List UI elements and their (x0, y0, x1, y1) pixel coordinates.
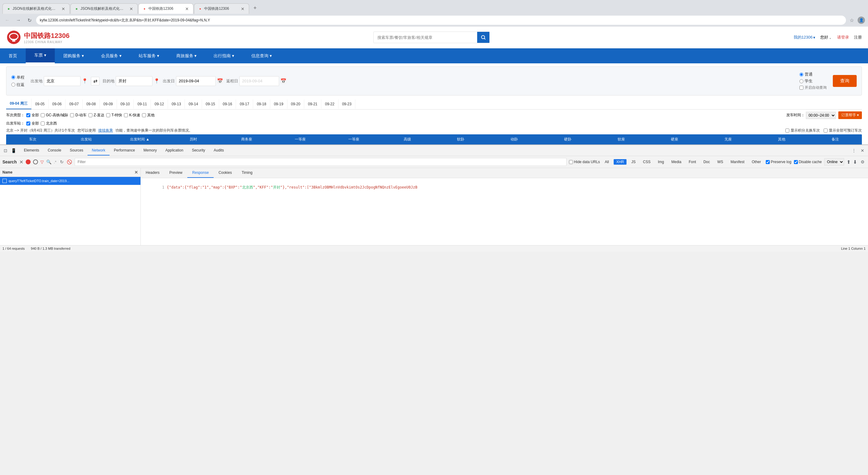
hide-data-urls-checkbox[interactable]: Hide data URLs (569, 160, 600, 164)
filter-all-button[interactable]: All (602, 159, 611, 165)
nav-info[interactable]: 信息查询 ▾ (243, 49, 280, 63)
close-panel-icon[interactable]: ✕ (134, 170, 138, 175)
normal-ticket-input[interactable] (800, 72, 803, 76)
date-cell-1[interactable]: 09-05 (32, 99, 49, 109)
th-depart-time[interactable]: 出发时间 ▲ (113, 137, 167, 142)
devtools-device-icon[interactable]: 📱 (10, 148, 17, 154)
tab-4[interactable]: ● 中国铁路12306 ✕ (194, 3, 249, 14)
timing-tab[interactable]: Timing (237, 168, 257, 178)
date-cell-3[interactable]: 09-07 (65, 99, 83, 109)
date-cell-14[interactable]: 09-18 (253, 99, 270, 109)
date-cell-11[interactable]: 09-15 (202, 99, 219, 109)
devtools-tab-elements[interactable]: Elements (20, 146, 43, 156)
from-input[interactable] (44, 76, 81, 86)
nav-station[interactable]: 站车服务 ▾ (130, 49, 168, 63)
date-cell-2[interactable]: 09-06 (49, 99, 66, 109)
time-select[interactable]: 00:00~24:00 (806, 112, 836, 119)
tab-2-close[interactable]: ✕ (129, 6, 134, 11)
download-icon[interactable]: ⬇ (853, 159, 857, 165)
train-type-other[interactable]: 其他 (142, 113, 155, 118)
preview-tab[interactable]: Preview (164, 168, 187, 178)
network-item[interactable]: queryT?leftTicketDTO.train_date=2019... (0, 177, 141, 185)
forward-button[interactable]: → (14, 16, 23, 25)
date-cell-16[interactable]: 09-20 (287, 99, 305, 109)
student-ticket-input[interactable] (800, 79, 803, 83)
date-cell-5[interactable]: 09-09 (100, 99, 117, 109)
train-type-gc[interactable]: GC-高铁/城际 (41, 113, 68, 118)
filter-css-button[interactable]: CSS (641, 159, 653, 165)
devtools-tab-audits[interactable]: Audits (209, 146, 228, 156)
my-account-link[interactable]: 我的12306 ▾ (794, 35, 815, 40)
preserve-log-checkbox[interactable]: Preserve log (766, 160, 791, 164)
normal-ticket-radio[interactable]: 普通 (800, 72, 827, 77)
nav-business[interactable]: 商旅服务 ▾ (168, 49, 205, 63)
cookies-tab[interactable]: Cookies (214, 168, 237, 178)
filter-img-button[interactable]: Img (655, 159, 666, 165)
train-type-all[interactable]: 全部 (26, 113, 39, 118)
to-input[interactable] (116, 76, 152, 86)
single-trip-radio[interactable]: 单程 (11, 75, 25, 80)
devtools-inspect-icon[interactable]: ⊡ (2, 148, 8, 154)
date-cell-17[interactable]: 09-21 (304, 99, 321, 109)
nav-home[interactable]: 首页 (0, 49, 26, 63)
nav-member[interactable]: 会员服务 ▾ (92, 49, 130, 63)
filter-doc-button[interactable]: Doc (701, 159, 712, 165)
clear-network-icon[interactable]: 🚫 (66, 159, 72, 165)
response-tab[interactable]: Response (187, 168, 214, 178)
date-cell-19[interactable]: 09-23 (339, 99, 355, 109)
refresh-icon[interactable]: ↻ (59, 159, 65, 165)
station-all[interactable]: 全部 (26, 121, 39, 126)
filter-icon[interactable]: ▽ (40, 159, 44, 164)
tab-1[interactable]: ■ JSON在线解析及格式化验证 - ✕ (2, 3, 70, 14)
filter-media-button[interactable]: Media (669, 159, 684, 165)
address-input[interactable] (36, 15, 846, 25)
date-cell-9[interactable]: 09-13 (168, 99, 185, 109)
date-cell-7[interactable]: 09-11 (134, 99, 151, 109)
disable-cache-checkbox[interactable]: Disable cache (794, 160, 822, 164)
date-cell-12[interactable]: 09-16 (219, 99, 236, 109)
date-cell-10[interactable]: 09-14 (185, 99, 202, 109)
site-search-input[interactable] (374, 32, 477, 43)
swap-button[interactable]: ⇄ (91, 77, 99, 85)
student-ticket-radio[interactable]: 学生 (800, 78, 827, 84)
devtools-tab-performance[interactable]: Performance (110, 146, 139, 156)
filter-xhr-button[interactable]: XHR (614, 159, 626, 165)
date-cell-18[interactable]: 09-22 (321, 99, 339, 109)
search-submit-button[interactable]: 查询 (833, 75, 857, 87)
bookmark-icon[interactable]: ☆ (848, 16, 855, 25)
return-trip-input[interactable] (11, 83, 15, 87)
devtools-tab-console[interactable]: Console (43, 146, 65, 156)
date-cell-0[interactable]: 09-04 周三 (6, 99, 32, 109)
tab-3[interactable]: ● 中国铁路12306 ✕ (138, 3, 193, 14)
train-type-k[interactable]: K-快速 (124, 113, 140, 118)
settings-icon[interactable]: ⚙ (860, 159, 866, 165)
date-cell-6[interactable]: 09-10 (117, 99, 134, 109)
aa-label[interactable]: Search (2, 159, 17, 164)
upload-icon[interactable]: ⬆ (846, 159, 850, 165)
site-search-button[interactable] (477, 32, 489, 43)
train-type-d[interactable]: D-动车 (70, 113, 87, 118)
single-trip-input[interactable] (11, 75, 15, 79)
filter-ws-button[interactable]: WS (715, 159, 726, 165)
train-type-z[interactable]: Z-直达 (89, 113, 104, 118)
close-devtools-icon[interactable]: ✕ (860, 148, 866, 154)
devtools-tab-application[interactable]: Application (161, 146, 188, 156)
show-all-checkbox[interactable]: 显示全部可预订车次 (824, 128, 862, 133)
more-options-icon[interactable]: ⋮ (851, 148, 857, 154)
tab-3-close[interactable]: ✕ (185, 6, 189, 11)
filter-input[interactable] (75, 158, 566, 166)
date-cell-4[interactable]: 09-08 (83, 99, 100, 109)
back-button[interactable]: ← (3, 16, 12, 25)
filter-js-button[interactable]: JS (629, 159, 638, 165)
search-network-icon[interactable]: 🔍 (46, 159, 52, 164)
train-type-t[interactable]: T-特快 (106, 113, 122, 118)
devtools-tab-memory[interactable]: Memory (139, 146, 161, 156)
devtools-tab-network[interactable]: Network (88, 146, 110, 156)
depart-input[interactable] (176, 76, 216, 86)
date-cell-8[interactable]: 09-12 (151, 99, 168, 109)
record-button[interactable] (26, 159, 31, 164)
filter-manifest-button[interactable]: Manifest (728, 159, 747, 165)
return-input[interactable] (239, 76, 279, 86)
reload-button[interactable]: ↻ (25, 16, 34, 25)
user-avatar[interactable]: 👤 (858, 17, 865, 24)
